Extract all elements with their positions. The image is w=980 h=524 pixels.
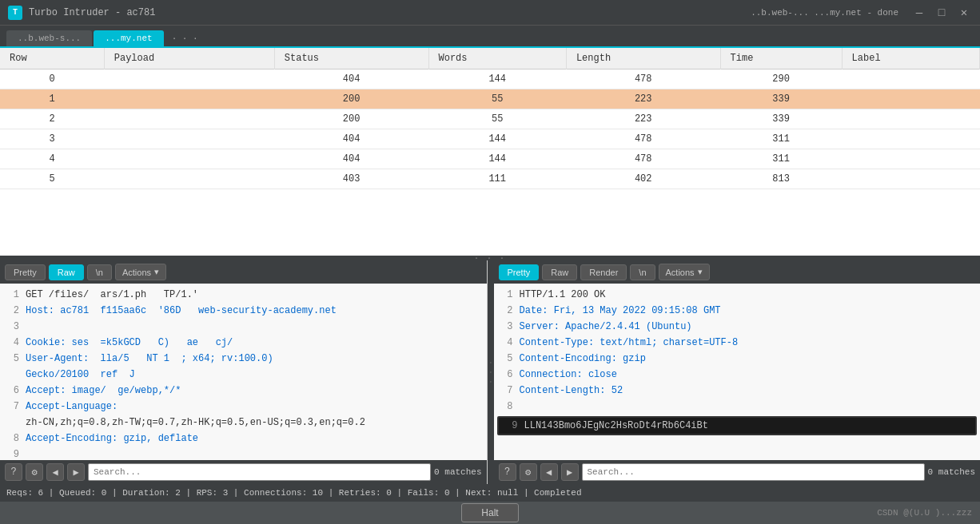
col-row: Row — [0, 48, 104, 69]
vertical-divider[interactable]: · · · — [488, 260, 494, 484]
right-actions-button[interactable]: Actions ▾ — [659, 264, 710, 280]
line-number: 3 — [5, 320, 19, 334]
line-number: 1 — [5, 288, 19, 302]
table-cell-row: 4 — [0, 149, 104, 169]
table-row[interactable]: 220055223339 — [0, 109, 980, 129]
table-row[interactable]: 3404144478311 — [0, 129, 980, 149]
status-bar: Reqs: 6 | Queued: 0 | Duration: 2 | RPS:… — [0, 484, 980, 502]
line-text: Connection: close — [520, 367, 617, 382]
table-cell-status: 200 — [274, 109, 428, 129]
table-cell-payload — [104, 69, 274, 89]
right-prev-button[interactable]: ◀ — [540, 463, 558, 481]
line-number: 5 — [499, 351, 513, 366]
table-cell-time: 290 — [720, 69, 842, 89]
line-number: 7 — [499, 383, 513, 398]
tab-0[interactable]: ..b.web-s... — [6, 30, 92, 46]
results-table-container[interactable]: Row Payload Status Words Length Time Lab… — [0, 48, 980, 256]
table-cell-status: 404 — [274, 149, 428, 169]
table-cell-length: 478 — [566, 149, 720, 169]
tab-1[interactable]: ...my.net — [94, 30, 163, 46]
table-row[interactable]: 0404144478290 — [0, 69, 980, 89]
right-code-line: 1HTTP/1.1 200 OK — [494, 287, 981, 303]
line-number: 9 — [504, 419, 518, 433]
line-number: 2 — [499, 304, 513, 318]
right-search-input[interactable] — [582, 463, 925, 481]
left-settings-button[interactable]: ⚙ — [26, 463, 43, 481]
table-cell-payload — [104, 129, 274, 149]
table-cell-payload — [104, 89, 274, 109]
window-controls: — □ ✕ — [911, 5, 972, 21]
left-code-line: 8Accept-Encoding: gzip, deflate — [0, 431, 487, 447]
right-actions-arrow-icon: ▾ — [698, 267, 703, 277]
line-text: Server: Apache/2.4.41 (Ubuntu) — [520, 320, 692, 334]
left-prev-button[interactable]: ◀ — [46, 463, 64, 481]
table-cell-label — [842, 109, 979, 129]
left-code-line: 6Accept: image/ ge/webp,*/* — [0, 383, 487, 399]
right-actions-label: Actions — [666, 268, 695, 277]
left-search-input[interactable] — [88, 463, 431, 481]
line-number: 8 — [5, 431, 19, 446]
left-newline-button[interactable]: \n — [87, 264, 112, 280]
left-code-line: 9 — [0, 447, 487, 460]
line-number: 6 — [499, 367, 513, 382]
left-raw-button[interactable]: Raw — [49, 264, 84, 280]
table-cell-time: 311 — [720, 129, 842, 149]
left-code-line: 5User-Agent: lla/5 NT 1 ; x64; rv:100.0) — [0, 351, 487, 367]
line-text: User-Agent: lla/5 NT 1 ; x64; rv:100.0) — [26, 351, 273, 366]
table-cell-words: 144 — [428, 129, 566, 149]
lower-section: Pretty Raw \n Actions ▾ 1GET /files/ ars… — [0, 260, 980, 484]
table-cell-length: 223 — [566, 109, 720, 129]
table-cell-row: 3 — [0, 129, 104, 149]
right-raw-button[interactable]: Raw — [542, 264, 577, 280]
right-code-line-highlighted: 9LLN143Bmo6JEgNc2HsRoDt4rRb6C4iBt — [497, 416, 978, 435]
table-cell-words: 111 — [428, 169, 566, 189]
right-pretty-button[interactable]: Pretty — [499, 264, 540, 280]
right-next-button[interactable]: ▶ — [561, 463, 579, 481]
tab-dots: · · · — [165, 30, 205, 46]
left-code-line: zh-CN,zh;q=0.8,zh-TW;q=0.7,zh-HK;q=0.5,e… — [0, 415, 487, 431]
left-code-line: 4Cookie: ses =k5kGCD C) ae cj/ — [0, 335, 487, 351]
col-time: Time — [720, 48, 842, 69]
line-number: 9 — [5, 447, 19, 460]
table-row[interactable]: 4404144478311 — [0, 149, 980, 169]
line-number: 2 — [5, 304, 19, 318]
line-text: Content-Length: 52 — [520, 383, 623, 398]
right-code-line: 4Content-Type: text/html; charset=UTF-8 — [494, 335, 981, 351]
table-cell-row: 5 — [0, 169, 104, 189]
table-cell-label — [842, 129, 979, 149]
table-cell-time: 311 — [720, 149, 842, 169]
table-row[interactable]: 120055223339 — [0, 89, 980, 109]
right-pane-content: 1HTTP/1.1 200 OK2Date: Fri, 13 May 2022 … — [494, 284, 981, 460]
table-cell-length: 478 — [566, 129, 720, 149]
line-text: zh-CN,zh;q=0.8,zh-TW;q=0.7,zh-HK;q=0.5,e… — [26, 415, 365, 430]
right-newline-button[interactable]: \n — [630, 264, 655, 280]
halt-button[interactable]: Halt — [461, 503, 518, 522]
right-code-line: 7Content-Length: 52 — [494, 383, 981, 399]
line-text: Accept: image/ ge/webp,*/* — [26, 383, 181, 398]
table-header-row: Row Payload Status Words Length Time Lab… — [0, 48, 980, 69]
right-render-button[interactable]: Render — [580, 264, 627, 280]
right-search-bar: ? ⚙ ◀ ▶ 0 matches — [494, 460, 981, 484]
right-settings-button[interactable]: ⚙ — [520, 463, 537, 481]
table-cell-words: 55 — [428, 89, 566, 109]
maximize-button[interactable]: □ — [934, 5, 950, 21]
table-cell-status: 403 — [274, 169, 428, 189]
left-next-button[interactable]: ▶ — [67, 463, 85, 481]
table-cell-payload — [104, 109, 274, 129]
title-bar: T Turbo Intruder - ac781 ..b.web-... ...… — [0, 0, 980, 26]
left-actions-button[interactable]: Actions ▾ — [115, 264, 166, 280]
left-actions-arrow-icon: ▾ — [154, 267, 159, 277]
right-help-button[interactable]: ? — [499, 463, 516, 481]
line-number: 7 — [5, 399, 19, 414]
table-row[interactable]: 5403111402813 — [0, 169, 980, 189]
upper-section: Row Payload Status Words Length Time Lab… — [0, 48, 980, 256]
minimize-button[interactable]: — — [911, 5, 927, 21]
table-cell-time: 339 — [720, 89, 842, 109]
table-cell-time: 813 — [720, 169, 842, 189]
table-cell-payload — [104, 149, 274, 169]
right-matches-label: 0 matches — [928, 467, 975, 477]
left-pretty-button[interactable]: Pretty — [5, 264, 46, 280]
right-pane-toolbar: Pretty Raw Render \n Actions ▾ — [494, 260, 981, 284]
close-button[interactable]: ✕ — [956, 5, 972, 21]
left-help-button[interactable]: ? — [5, 463, 22, 481]
